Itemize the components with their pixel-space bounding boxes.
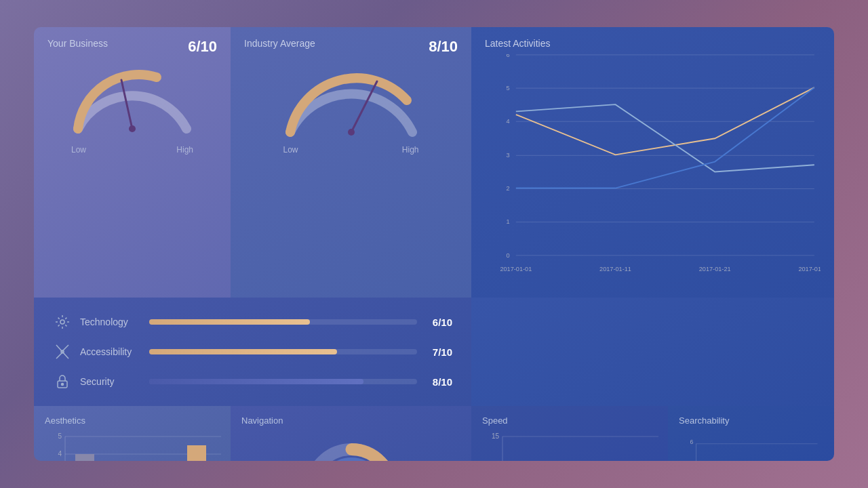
searchability-title: Searchability: [679, 415, 823, 426]
gauge-high-industry: High: [402, 145, 419, 155]
accessibility-bar-bg: [149, 349, 417, 354]
svg-line-0: [121, 80, 132, 129]
activities-chart-svg: 0 1 2 3 4 5 6 2017-01-01 2017-01-11 2017…: [485, 54, 821, 287]
aesthetics-title: Aesthetics: [45, 415, 220, 426]
accessibility-label: Accessibility: [80, 346, 141, 357]
svg-text:2017-01-11: 2017-01-11: [599, 266, 631, 272]
svg-text:6: 6: [690, 439, 694, 445]
aesthetics-bar-0: [75, 454, 94, 461]
svg-line-2: [351, 81, 377, 132]
your-business-score: 6/10: [188, 38, 217, 56]
gauge-high-business: High: [176, 145, 193, 155]
technology-bar-bg: [149, 319, 417, 325]
navigation-donut: 70 %: [241, 432, 460, 461]
technology-score: 6/10: [425, 317, 452, 328]
technology-bar: [149, 319, 310, 325]
speed-chart: 0 5 10 15: [482, 430, 665, 461]
svg-point-22: [60, 320, 64, 324]
metrics-panel: Technology 6/10 Accessibility: [34, 298, 471, 406]
svg-text:6: 6: [507, 54, 510, 58]
svg-text:3: 3: [507, 152, 510, 159]
svg-point-25: [62, 384, 64, 386]
navigation-title: Navigation: [241, 415, 460, 426]
latest-activities-panel: Latest Activities 0 1 2 3 4: [471, 27, 834, 298]
your-business-gauge: Low High: [47, 54, 217, 155]
gauge-svg-industry: [277, 54, 426, 142]
metric-technology: Technology 6/10: [53, 312, 452, 331]
security-label: Security: [80, 376, 141, 387]
svg-point-3: [348, 129, 355, 136]
gauge-low-industry: Low: [283, 145, 298, 155]
svg-text:2017-01-21: 2017-01-21: [699, 266, 731, 272]
accessibility-icon: [53, 342, 72, 361]
line-lightblue: [516, 104, 814, 171]
svg-text:4: 4: [507, 118, 510, 125]
searchability-panel: Searchability 0 2 4 6: [668, 406, 834, 461]
svg-text:4: 4: [58, 450, 62, 458]
svg-point-1: [129, 125, 136, 132]
security-bar-bg: [149, 379, 417, 384]
accessibility-score: 7/10: [425, 346, 452, 358]
metric-security: Security 8/10: [53, 372, 452, 391]
donut-svg: 70 %: [297, 436, 406, 461]
svg-text:0: 0: [507, 252, 510, 259]
svg-text:2017-01-01: 2017-01-01: [500, 266, 532, 272]
latest-activities-chart: 0 1 2 3 4 5 6 2017-01-01 2017-01-11 2017…: [485, 54, 821, 287]
aesthetics-chart: 0 1 2 3 4 5: [45, 430, 221, 461]
speed-panel: Speed 0 5 10 15: [471, 406, 668, 461]
gauge-svg-business: [64, 54, 200, 142]
searchability-chart: 0 2 4 6 0.00 1.00 2.00: [679, 430, 823, 461]
technology-label: Technology: [80, 317, 141, 327]
svg-text:2017-01-31: 2017-01-31: [798, 266, 821, 272]
security-bar: [149, 379, 363, 384]
gauge-low-business: Low: [71, 145, 86, 155]
svg-text:5: 5: [58, 432, 62, 440]
industry-avg-panel: Industry Average 8/10 Low High: [231, 27, 471, 298]
svg-text:2: 2: [507, 185, 510, 192]
security-score: 8/10: [425, 376, 452, 388]
gauge-labels-business: Low High: [71, 145, 193, 155]
aesthetics-bar-3: [187, 445, 206, 461]
svg-text:1: 1: [507, 218, 510, 225]
latest-activities-title: Latest Activities: [485, 38, 821, 49]
accessibility-bar: [149, 349, 337, 354]
svg-text:5: 5: [507, 85, 510, 92]
aesthetics-panel: Aesthetics 0 1 2 3 4 5: [34, 406, 231, 461]
metric-accessibility: Accessibility 7/10: [53, 342, 452, 361]
industry-avg-title: Industry Average: [244, 38, 458, 49]
speed-title: Speed: [482, 415, 657, 426]
industry-avg-gauge: Low High: [244, 54, 458, 155]
your-business-panel: Your Business 6/10 Low High: [34, 27, 231, 298]
industry-avg-score: 8/10: [429, 38, 458, 56]
svg-text:15: 15: [492, 432, 500, 440]
security-icon: [53, 372, 72, 391]
technology-icon: [53, 312, 72, 331]
navigation-panel: Navigation 70 %: [231, 406, 471, 461]
gauge-labels-industry: Low High: [283, 145, 419, 155]
